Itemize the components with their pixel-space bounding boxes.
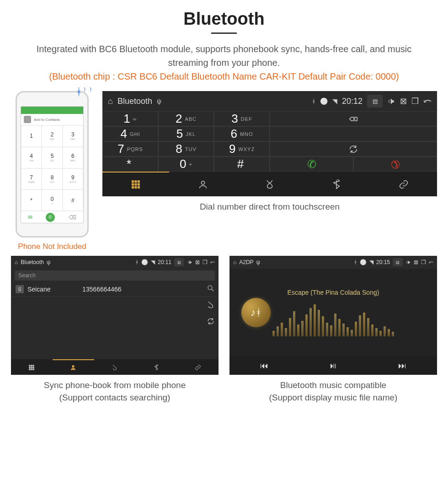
phone-key: 1 <box>21 125 42 147</box>
dial-key-#[interactable]: # <box>214 157 270 172</box>
tab-link[interactable] <box>177 359 219 375</box>
sync-icon[interactable] <box>207 317 215 325</box>
recent-apps-icon[interactable]: ❐ <box>203 259 208 265</box>
tab-dialpad[interactable] <box>102 172 169 196</box>
svg-rect-14 <box>29 367 30 368</box>
eq-bar <box>305 314 308 336</box>
swap-button[interactable] <box>270 141 437 157</box>
search-input[interactable]: Search <box>15 270 215 281</box>
recent-apps-icon[interactable]: ❐ <box>411 96 419 106</box>
main-device: ⌂ Bluetooth ψ ᚼ ⚪ ◥ 20:12 ⧇ 🕩 ⊠ ❐ ⤺ 1∞2A… <box>102 91 437 196</box>
camera-icon[interactable]: ⧇ <box>174 258 184 266</box>
svg-point-20 <box>72 365 75 367</box>
volume-icon[interactable]: 🕩 <box>405 259 411 265</box>
backspace-button[interactable] <box>270 111 437 126</box>
contacts-topbar: ⌂ Bluetooth ψ ᚼ ⚪ ◥ 20:11 ⧇ 🕩 ⊠ ❐ ⤺ <box>11 256 219 269</box>
tab-bluetooth[interactable] <box>303 172 370 196</box>
phone-key: 5JKL <box>42 147 62 168</box>
back-icon[interactable]: ⤺ <box>429 259 433 265</box>
back-icon[interactable]: ⤺ <box>423 95 432 107</box>
tab-dialpad[interactable] <box>11 359 53 375</box>
bluetooth-status-icon: ᚼ <box>135 259 139 265</box>
album-art: ♪ᚼ <box>241 298 271 327</box>
tab-contacts[interactable] <box>169 172 236 196</box>
bluetooth-status-icon: ᚼ <box>312 97 315 105</box>
contacts-tabs <box>11 359 219 375</box>
dial-key-0[interactable]: 0+ <box>158 157 214 172</box>
svg-rect-8 <box>138 187 140 189</box>
svg-rect-7 <box>135 187 137 189</box>
dial-key-9[interactable]: 9WXYZ <box>214 141 270 157</box>
location-icon: ⚪ <box>320 97 328 105</box>
back-icon[interactable]: ⤺ <box>210 259 215 265</box>
volume-icon[interactable]: 🕩 <box>187 259 192 265</box>
dial-key-6[interactable]: 6MNO <box>214 126 270 141</box>
eq-bar <box>375 328 378 336</box>
eq-bar <box>318 310 320 336</box>
bluetooth-status-icon: ᚼ <box>354 259 357 265</box>
next-button[interactable]: ⏭ <box>398 361 406 371</box>
svg-rect-5 <box>138 184 140 185</box>
svg-rect-15 <box>31 367 32 368</box>
call-button: ✆ <box>46 213 55 222</box>
dial-key-4[interactable]: 4GHI <box>102 126 158 141</box>
camera-icon[interactable]: ⧇ <box>367 95 383 108</box>
tab-bluetooth[interactable] <box>135 359 177 375</box>
dial-key-2[interactable]: 2ABC <box>158 111 214 126</box>
eq-bar <box>293 311 295 336</box>
dial-key-5[interactable]: 5JKL <box>158 126 214 141</box>
dial-key-*[interactable]: * <box>102 157 158 172</box>
eq-bar <box>301 321 304 336</box>
tab-history[interactable] <box>94 359 136 375</box>
tab-contacts[interactable] <box>53 359 94 375</box>
svg-rect-18 <box>31 369 32 370</box>
contacts-device: ⌂ Bluetooth ψ ᚼ ⚪ ◥ 20:11 ⧇ 🕩 ⊠ ❐ ⤺ Sear… <box>11 256 219 375</box>
clock: 20:15 <box>376 259 390 265</box>
home-icon[interactable]: ⌂ <box>15 259 18 265</box>
contacts-caption: Sync phone-book from mobile phone (Suppo… <box>11 379 219 404</box>
eq-bar <box>367 318 369 336</box>
eq-bar <box>379 331 382 336</box>
close-app-icon[interactable]: ⊠ <box>195 259 200 265</box>
contact-row[interactable]: SSeicane13566664466 <box>11 282 219 297</box>
eq-bar <box>272 331 275 336</box>
eq-bar <box>359 315 361 336</box>
tab-history[interactable] <box>236 172 303 196</box>
volume-icon[interactable]: 🕩 <box>387 97 395 106</box>
svg-rect-1 <box>135 181 137 183</box>
prev-button[interactable]: ⏮ <box>260 361 268 371</box>
close-app-icon[interactable]: ⊠ <box>414 259 418 265</box>
phone-key: 3DEF <box>63 125 83 147</box>
recent-apps-icon[interactable]: ❐ <box>421 259 426 265</box>
svg-rect-4 <box>135 184 137 185</box>
eq-bar <box>371 324 373 336</box>
camera-icon[interactable]: ⧇ <box>393 258 403 266</box>
eq-bar <box>384 326 386 336</box>
home-icon[interactable]: ⌂ <box>108 97 113 106</box>
hangup-button[interactable]: ✆ <box>353 157 437 172</box>
home-icon[interactable]: ⌂ <box>233 259 236 265</box>
play-pause-button[interactable]: ⏯ <box>329 361 337 371</box>
eq-bar <box>347 327 349 336</box>
app-title: Bluetooth <box>21 259 44 265</box>
tab-link[interactable] <box>370 172 437 196</box>
top-bar: ⌂ Bluetooth ψ ᚼ ⚪ ◥ 20:12 ⧇ 🕩 ⊠ ❐ ⤺ <box>102 91 437 111</box>
empty <box>270 126 437 141</box>
add-to-contacts: Add to Contacts <box>21 114 83 125</box>
svg-rect-2 <box>138 181 140 183</box>
eq-bar <box>322 316 324 336</box>
call-button[interactable]: ✆ <box>270 157 353 172</box>
dial-key-7[interactable]: 7PQRS <box>102 141 158 157</box>
search-icon[interactable] <box>207 284 215 292</box>
call-icon[interactable] <box>207 301 215 309</box>
eq-bar <box>392 332 394 336</box>
dial-key-1[interactable]: 1∞ <box>102 111 158 126</box>
close-app-icon[interactable]: ⊠ <box>400 96 407 106</box>
eq-bar <box>330 325 332 336</box>
dial-key-3[interactable]: 3DEF <box>214 111 270 126</box>
phone-key: # <box>63 189 83 211</box>
dial-key-8[interactable]: 8TUV <box>158 141 214 157</box>
page-title: Bluetooth <box>0 9 448 29</box>
svg-rect-12 <box>31 365 32 366</box>
bottom-tabs <box>102 172 437 196</box>
